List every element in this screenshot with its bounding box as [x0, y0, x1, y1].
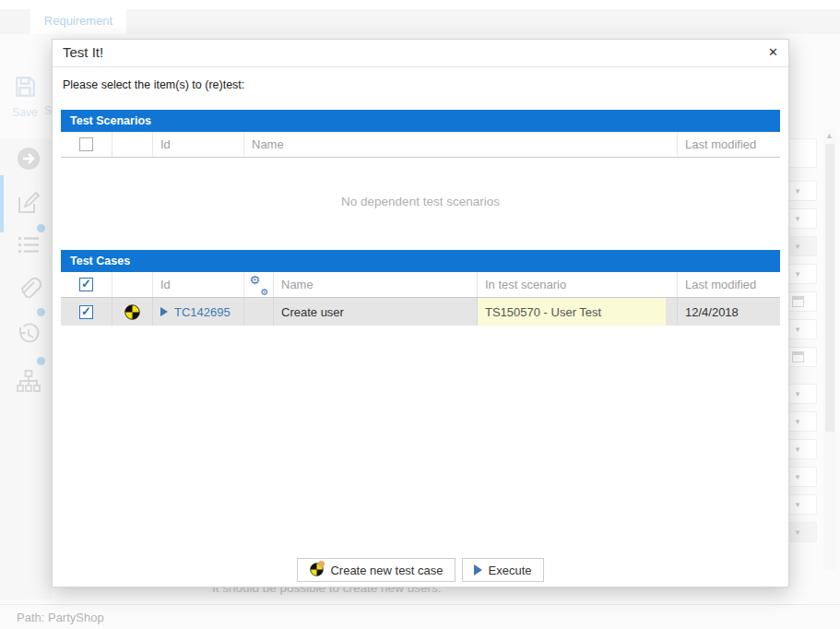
- dialog-title-bar: Test It! ✕: [53, 40, 788, 67]
- arrow-right-circle-icon[interactable]: [16, 146, 41, 172]
- sitemap-icon[interactable]: [16, 368, 41, 394]
- dialog-actions: Create new test case Execute: [53, 558, 788, 582]
- no-scenarios-message: No dependent test scenarios: [61, 195, 780, 208]
- edit-icon[interactable]: [16, 190, 41, 216]
- test-cases-section-header: Test Cases: [61, 250, 780, 272]
- notification-dot: [37, 357, 45, 365]
- new-badge-dot: [318, 561, 325, 567]
- calendar-icon: [792, 296, 804, 307]
- col-last-modified[interactable]: Last modified: [678, 132, 780, 157]
- test-case-dummy-icon: [124, 304, 140, 320]
- chevron-down-icon: ▾: [796, 215, 800, 223]
- execute-play-icon: [474, 564, 482, 576]
- dialog-prompt: Please select the item(s) to (re)test:: [63, 78, 244, 91]
- chevron-down-icon: ▾: [796, 445, 800, 454]
- scenario-icon-column: [112, 132, 153, 157]
- calendar-icon: [792, 351, 804, 362]
- last-modified-cell: 12/4/2018: [678, 298, 780, 326]
- new-test-case-icon: [309, 563, 324, 577]
- test-case-id-link[interactable]: TC142695: [174, 305, 231, 319]
- sidebar-selection-indicator: [0, 175, 4, 232]
- col-id[interactable]: Id: [153, 132, 244, 157]
- save-label: Save: [7, 106, 42, 119]
- test-case-row[interactable]: TC142695 Create user TS150570 - User Tes…: [61, 298, 780, 326]
- chevron-down-icon: ▾: [796, 390, 800, 398]
- select-all-cases-checkbox[interactable]: [79, 278, 93, 291]
- notification-dot: [37, 308, 45, 316]
- chevron-down-icon: ▾: [796, 418, 800, 426]
- close-icon[interactable]: ✕: [768, 45, 778, 59]
- chevron-down-icon: ▾: [796, 501, 800, 509]
- notification-dot: [37, 224, 45, 232]
- col-name[interactable]: Name: [274, 272, 478, 297]
- chevron-down-icon: ▾: [796, 187, 800, 196]
- row-checkbox[interactable]: [79, 305, 93, 319]
- test-case-name: Create user: [274, 298, 478, 326]
- floppy-save-icon: [13, 75, 37, 99]
- automation-cell: [244, 298, 274, 326]
- execute-button[interactable]: Execute: [462, 558, 544, 582]
- paperclip-icon[interactable]: [16, 276, 41, 302]
- path-label: Path: PartyShop: [17, 611, 104, 624]
- expand-arrow-icon[interactable]: [160, 307, 168, 316]
- scrollbar-up-icon[interactable]: ▲: [825, 131, 834, 140]
- save-button[interactable]: Save: [7, 75, 42, 123]
- in-test-scenario-cell: TS150570 - User Test: [478, 298, 678, 326]
- case-icon-column: [112, 272, 153, 297]
- dialog-title: Test It!: [63, 44, 103, 60]
- test-cases-header-row: Id ⚙⚙ Name In test scenario Last modifie…: [61, 272, 780, 298]
- chevron-down-icon: ▾: [796, 243, 800, 251]
- select-all-scenarios-checkbox[interactable]: [79, 137, 93, 151]
- chevron-down-icon: ▾: [796, 473, 800, 481]
- col-automation[interactable]: ⚙⚙: [244, 272, 274, 297]
- test-it-dialog: Test It! ✕ Please select the item(s) to …: [52, 39, 789, 587]
- vertical-scrollbar[interactable]: ▲: [823, 129, 836, 570]
- test-scenarios-header-row: Id Name Last modified: [61, 132, 780, 158]
- chevron-down-icon: ▾: [796, 528, 800, 537]
- status-bar: Path: PartyShop: [0, 604, 840, 629]
- chevron-down-icon: ▾: [796, 270, 800, 279]
- create-new-test-case-button[interactable]: Create new test case: [297, 558, 455, 582]
- partially-hidden-button-label: S: [44, 104, 52, 117]
- col-name[interactable]: Name: [244, 132, 678, 157]
- tab-strip: Requirement: [0, 9, 840, 34]
- scrollbar-thumb[interactable]: [825, 144, 834, 432]
- col-id[interactable]: Id: [153, 272, 244, 297]
- execute-button-label: Execute: [489, 564, 532, 577]
- list-icon[interactable]: [16, 231, 41, 257]
- col-last-modified[interactable]: Last modified: [678, 272, 780, 297]
- create-button-label: Create new test case: [330, 564, 443, 577]
- history-icon[interactable]: [16, 321, 41, 347]
- gears-icon: ⚙⚙: [251, 277, 267, 293]
- left-sidebar: [0, 138, 52, 599]
- tab-requirement[interactable]: Requirement: [30, 9, 126, 34]
- col-in-test-scenario[interactable]: In test scenario: [478, 272, 678, 297]
- test-scenarios-section-header: Test Scenarios: [61, 110, 780, 132]
- chevron-down-icon: ▾: [796, 326, 800, 334]
- scenario-highlight: TS150570 - User Test: [478, 298, 666, 326]
